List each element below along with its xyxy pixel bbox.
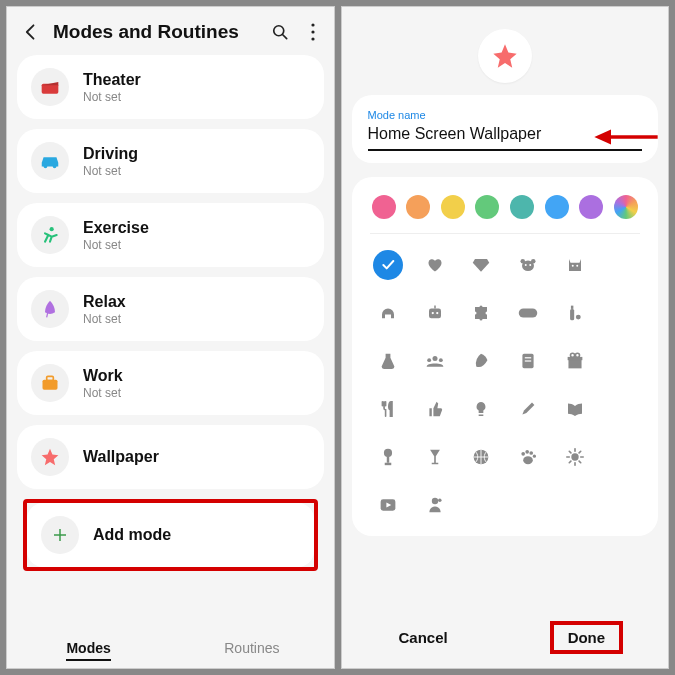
svg-rect-11 (47, 376, 54, 380)
bottom-tabs: Modes Routines (7, 624, 334, 668)
add-mode-label: Add mode (93, 526, 171, 544)
color-purple[interactable] (579, 195, 603, 219)
more-icon[interactable] (306, 22, 320, 42)
search-icon[interactable] (266, 22, 294, 42)
mode-status: Not set (83, 312, 126, 326)
mode-status: Not set (83, 386, 123, 400)
icon-book[interactable] (560, 394, 590, 424)
icon-robot[interactable] (420, 298, 450, 328)
icon-check[interactable] (373, 250, 403, 280)
color-blue[interactable] (545, 195, 569, 219)
svg-point-24 (431, 312, 433, 314)
back-icon[interactable] (21, 22, 41, 42)
icon-group[interactable] (420, 346, 450, 376)
svg-point-49 (523, 456, 533, 464)
modes-list: Theater Not set Driving Not set Exercise… (7, 55, 334, 571)
color-icon-picker (352, 177, 659, 536)
icon-basketball[interactable] (466, 442, 496, 472)
mode-label: Driving (83, 145, 138, 163)
svg-point-2 (311, 23, 314, 26)
icon-leaf[interactable] (466, 346, 496, 376)
icon-sun[interactable] (560, 442, 590, 472)
mode-item-wallpaper[interactable]: Wallpaper (17, 425, 324, 489)
theater-icon (31, 68, 69, 106)
svg-point-22 (576, 265, 578, 267)
mode-item-work[interactable]: Work Not set (17, 351, 324, 415)
mode-item-exercise[interactable]: Exercise Not set (17, 203, 324, 267)
svg-point-40 (575, 353, 579, 357)
svg-rect-28 (570, 309, 574, 320)
icon-controller[interactable] (513, 298, 543, 328)
svg-rect-27 (519, 308, 537, 317)
mode-label: Work (83, 367, 123, 385)
car-icon (31, 142, 69, 180)
color-green[interactable] (475, 195, 499, 219)
mode-item-theater[interactable]: Theater Not set (17, 55, 324, 119)
mode-status: Not set (83, 238, 149, 252)
svg-point-50 (571, 453, 578, 460)
mode-item-driving[interactable]: Driving Not set (17, 129, 324, 193)
icon-heart[interactable] (420, 250, 450, 280)
svg-line-56 (579, 461, 581, 463)
icon-diamond[interactable] (466, 250, 496, 280)
tab-modes[interactable]: Modes (7, 634, 170, 662)
color-yellow[interactable] (441, 195, 465, 219)
svg-point-17 (521, 259, 526, 264)
svg-line-58 (569, 461, 571, 463)
svg-point-25 (436, 312, 438, 314)
star-icon (31, 438, 69, 476)
color-pink[interactable] (372, 195, 396, 219)
svg-point-45 (521, 452, 525, 456)
color-teal[interactable] (510, 195, 534, 219)
icon-gift[interactable] (560, 346, 590, 376)
color-orange[interactable] (406, 195, 430, 219)
icon-flask[interactable] (373, 346, 403, 376)
mode-icon-preview[interactable] (478, 29, 532, 83)
icon-play-square[interactable] (373, 490, 403, 520)
svg-point-31 (432, 356, 437, 361)
field-label: Mode name (368, 109, 643, 121)
icon-dog[interactable] (513, 250, 543, 280)
right-screen: Mode name Home Screen Wallpaper (341, 6, 670, 669)
color-rainbow[interactable] (614, 195, 638, 219)
icons-grid (370, 250, 641, 520)
icon-headphones[interactable] (373, 298, 403, 328)
icon-lamp[interactable] (373, 442, 403, 472)
icon-pen[interactable] (513, 394, 543, 424)
mode-item-relax[interactable]: Relax Not set (17, 277, 324, 341)
mode-label: Wallpaper (83, 448, 159, 466)
svg-point-47 (529, 451, 533, 455)
svg-point-6 (44, 165, 48, 169)
icon-note[interactable] (513, 346, 543, 376)
svg-point-4 (311, 37, 314, 40)
color-row (370, 195, 641, 219)
plus-icon (41, 516, 79, 554)
icon-person-generic[interactable] (420, 490, 450, 520)
icon-bottle[interactable] (560, 298, 590, 328)
cancel-button[interactable]: Cancel (342, 621, 505, 654)
icon-paw[interactable] (513, 442, 543, 472)
tab-routines[interactable]: Routines (170, 634, 333, 662)
icon-puzzle[interactable] (466, 298, 496, 328)
icon-cutlery[interactable] (373, 394, 403, 424)
icon-thumbsup[interactable] (420, 394, 450, 424)
svg-point-3 (311, 30, 314, 33)
mode-status: Not set (83, 164, 138, 178)
svg-rect-29 (571, 306, 573, 309)
mode-label: Relax (83, 293, 126, 311)
svg-point-18 (531, 259, 536, 264)
done-button[interactable]: Done (505, 621, 668, 654)
svg-rect-43 (385, 463, 392, 465)
svg-rect-42 (387, 456, 389, 463)
svg-line-55 (569, 451, 571, 453)
add-mode-button[interactable]: Add mode (27, 503, 314, 567)
svg-point-30 (576, 315, 581, 320)
svg-point-46 (525, 450, 529, 454)
svg-point-8 (50, 227, 54, 231)
svg-point-33 (439, 358, 443, 362)
icon-bulb[interactable] (466, 394, 496, 424)
icon-glass[interactable] (420, 442, 450, 472)
icon-cat[interactable] (560, 250, 590, 280)
page-title: Modes and Routines (53, 21, 254, 43)
svg-line-1 (282, 35, 286, 39)
